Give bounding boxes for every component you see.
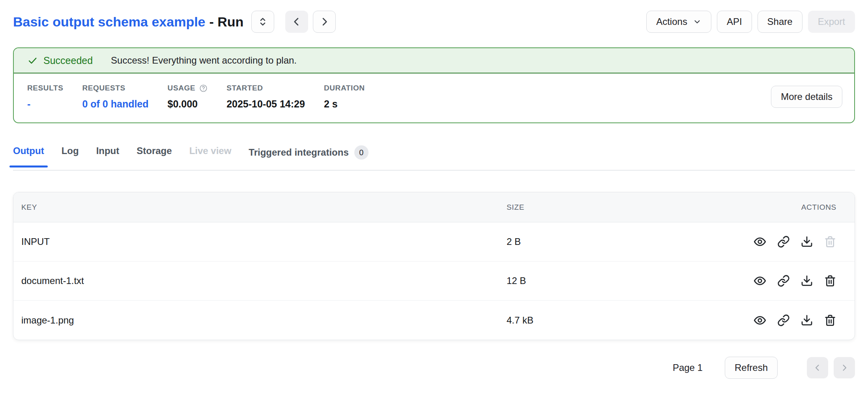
copy-link-button[interactable] bbox=[777, 235, 790, 248]
run-detail-page: Basic output schema example- Run Actions bbox=[0, 10, 868, 379]
refresh-button[interactable]: Refresh bbox=[725, 357, 778, 379]
refresh-button-label: Refresh bbox=[735, 362, 768, 373]
eye-icon bbox=[753, 314, 767, 327]
output-records-table: KEY SIZE ACTIONS INPUT 2 B document-1.tx… bbox=[13, 192, 855, 340]
status-message: Success! Everything went according to pl… bbox=[111, 55, 297, 66]
stat-usage-value: $0.000 bbox=[168, 98, 208, 110]
run-stats: RESULTS - REQUESTS 0 of 0 handled USAGE … bbox=[14, 73, 854, 122]
eye-icon bbox=[753, 235, 767, 248]
download-icon bbox=[801, 235, 813, 248]
chevron-left-icon bbox=[813, 363, 822, 372]
previous-run-button[interactable] bbox=[285, 11, 308, 33]
chevrons-up-down-icon bbox=[257, 16, 269, 28]
export-button: Export bbox=[808, 11, 855, 33]
stat-duration: DURATION 2 s bbox=[324, 84, 365, 110]
table-row[interactable]: image-1.png 4.7 kB bbox=[13, 301, 855, 340]
status-state: Succeeded bbox=[27, 55, 93, 66]
record-size: 2 B bbox=[507, 236, 745, 247]
run-selector-button[interactable] bbox=[251, 11, 274, 33]
copy-link-button[interactable] bbox=[777, 275, 790, 287]
chevron-right-icon bbox=[840, 363, 849, 372]
preview-button[interactable] bbox=[753, 235, 767, 248]
status-banner: Succeeded Success! Everything went accor… bbox=[14, 48, 854, 73]
download-button[interactable] bbox=[801, 235, 813, 248]
stat-duration-label: DURATION bbox=[324, 84, 365, 92]
stat-requests: REQUESTS 0 of 0 handled bbox=[82, 84, 148, 110]
next-run-button[interactable] bbox=[313, 11, 336, 33]
link-icon bbox=[777, 314, 790, 327]
actor-title-link[interactable]: Basic output schema example bbox=[13, 14, 206, 29]
share-button[interactable]: Share bbox=[758, 11, 803, 33]
pagination-next-button bbox=[834, 357, 855, 378]
stat-requests-label: REQUESTS bbox=[82, 84, 148, 92]
table-footer: Page 1 Refresh bbox=[13, 357, 855, 379]
stat-started-label: STARTED bbox=[226, 84, 305, 92]
record-key: INPUT bbox=[13, 236, 507, 247]
chevron-left-icon bbox=[291, 16, 302, 27]
eye-icon bbox=[753, 274, 767, 288]
column-header-actions: ACTIONS bbox=[745, 203, 855, 212]
run-title-suffix: - Run bbox=[210, 14, 244, 29]
download-button[interactable] bbox=[801, 275, 813, 287]
tab-output[interactable]: Output bbox=[13, 145, 44, 167]
trash-icon bbox=[824, 314, 836, 327]
help-circle-icon[interactable] bbox=[199, 84, 208, 92]
more-details-button[interactable]: More details bbox=[771, 86, 842, 108]
stat-usage: USAGE $0.000 bbox=[168, 84, 208, 110]
pagination-controls bbox=[807, 357, 855, 378]
download-icon bbox=[801, 275, 813, 287]
stat-started-value: 2025-10-05 14:29 bbox=[226, 98, 305, 110]
header-actions-group: Actions API Share Export bbox=[646, 11, 855, 33]
share-button-label: Share bbox=[767, 16, 793, 27]
stat-requests-value-link[interactable]: 0 of 0 handled bbox=[82, 98, 148, 110]
tab-live-view: Live view bbox=[189, 145, 232, 167]
copy-link-button[interactable] bbox=[777, 314, 790, 327]
link-icon bbox=[777, 275, 790, 287]
delete-button bbox=[824, 235, 836, 248]
triggered-integrations-count-badge: 0 bbox=[354, 145, 369, 160]
table-row[interactable]: INPUT 2 B bbox=[13, 222, 855, 261]
table-header-row: KEY SIZE ACTIONS bbox=[13, 192, 855, 222]
record-key: document-1.txt bbox=[13, 275, 507, 286]
preview-button[interactable] bbox=[753, 314, 767, 327]
link-icon bbox=[777, 235, 790, 248]
column-header-size: SIZE bbox=[507, 203, 745, 212]
run-tabs: Output Log Input Storage Live view Trigg… bbox=[13, 145, 855, 171]
column-header-key: KEY bbox=[13, 203, 507, 212]
status-state-label: Succeeded bbox=[43, 55, 93, 66]
stat-results-value: - bbox=[27, 98, 63, 110]
stat-usage-label: USAGE bbox=[168, 84, 196, 92]
api-button-label: API bbox=[727, 16, 742, 27]
stat-results: RESULTS - bbox=[27, 84, 63, 110]
stat-results-label: RESULTS bbox=[27, 84, 63, 92]
export-button-label: Export bbox=[818, 16, 845, 27]
delete-button[interactable] bbox=[824, 314, 836, 327]
record-key: image-1.png bbox=[13, 315, 507, 326]
stat-duration-value: 2 s bbox=[324, 98, 365, 110]
check-icon bbox=[27, 55, 38, 66]
stat-started: STARTED 2025-10-05 14:29 bbox=[226, 84, 305, 110]
tab-triggered-integrations[interactable]: Triggered integrations 0 bbox=[249, 145, 368, 170]
download-icon bbox=[801, 314, 813, 327]
actions-button-label: Actions bbox=[656, 16, 687, 27]
trash-icon bbox=[824, 275, 836, 287]
page-header: Basic output schema example- Run Actions bbox=[13, 10, 855, 33]
table-row[interactable]: document-1.txt 12 B bbox=[13, 261, 855, 301]
tab-log[interactable]: Log bbox=[62, 145, 79, 167]
tab-storage[interactable]: Storage bbox=[137, 145, 172, 167]
record-size: 12 B bbox=[507, 275, 745, 286]
api-button[interactable]: API bbox=[717, 11, 752, 33]
chevron-down-icon bbox=[693, 17, 702, 26]
tab-input[interactable]: Input bbox=[96, 145, 120, 167]
page-title: Basic output schema example- Run bbox=[13, 14, 243, 30]
run-status-card: Succeeded Success! Everything went accor… bbox=[13, 47, 855, 123]
preview-button[interactable] bbox=[753, 274, 767, 288]
more-details-label: More details bbox=[781, 91, 832, 102]
pagination-prev-button bbox=[807, 357, 828, 378]
trash-icon bbox=[824, 235, 836, 248]
record-size: 4.7 kB bbox=[507, 315, 745, 326]
delete-button[interactable] bbox=[824, 275, 836, 287]
chevron-right-icon bbox=[319, 16, 330, 27]
download-button[interactable] bbox=[801, 314, 813, 327]
actions-button[interactable]: Actions bbox=[646, 11, 711, 33]
